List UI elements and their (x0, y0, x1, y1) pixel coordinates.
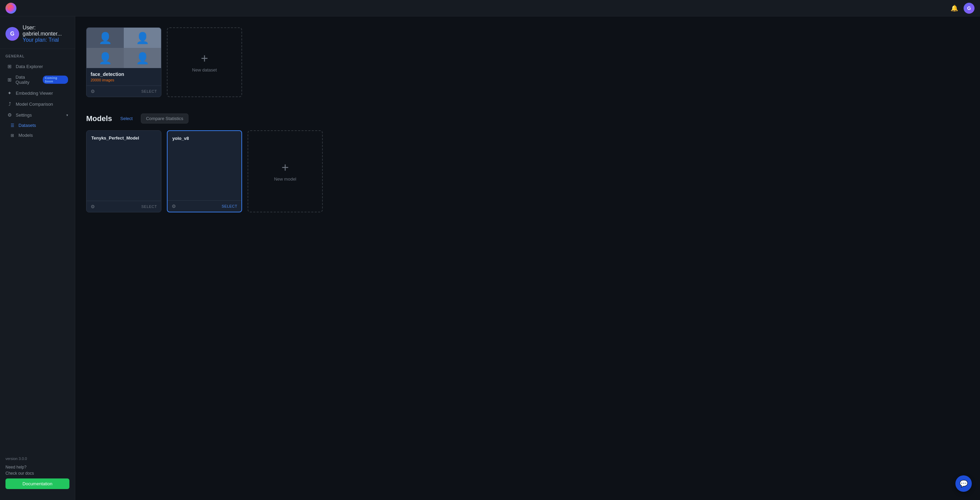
face-image-1: 👤 (86, 28, 124, 48)
sidebar-subitem-label: Models (19, 133, 33, 138)
list-icon: ☰ (10, 123, 15, 128)
app-logo[interactable] (5, 3, 16, 14)
model-select-button-tenyks[interactable]: SELECT (141, 204, 157, 209)
model-select-button-yolov8[interactable]: SELECT (221, 204, 237, 208)
sidebar-user-info: G User: gabriel.monter... Your plan: Tri… (0, 22, 75, 49)
sidebar-item-data-explorer[interactable]: ⊞ Data Explorer (2, 61, 73, 72)
sidebar-submenu: ☰ Datasets ⊞ Models (0, 120, 75, 140)
new-model-card[interactable]: + New model (248, 130, 323, 212)
new-dataset-label: New dataset (192, 67, 217, 73)
models-section-header: Models Select Compare Statistics (86, 113, 969, 123)
datasets-section: 👤 👤 👤 👤 face_detection 20000 images ⚙ SE… (86, 27, 969, 97)
models-select-button[interactable]: Select (118, 115, 135, 123)
model-name-yolov8: yolo_v8 (172, 136, 237, 141)
model-name-tenyks: Tenyks_Perfect_Model (91, 135, 156, 140)
topbar-right: 🔔 G (951, 3, 975, 14)
sidebar-item-model-comparison[interactable]: ⤴ Model Comparison (2, 99, 73, 110)
sidebar-item-embedding-viewer[interactable]: ✦ Embedding Viewer (2, 88, 73, 99)
user-avatar[interactable]: G (964, 3, 975, 14)
new-model-plus-icon: + (282, 161, 289, 174)
sidebar-item-models[interactable]: ⊞ Models (4, 130, 73, 140)
model-card-tenyks[interactable]: Tenyks_Perfect_Model ⚙ SELECT (86, 130, 161, 212)
models-grid: Tenyks_Perfect_Model ⚙ SELECT yolo_v8 ⚙ … (86, 130, 969, 212)
sidebar-item-label: Model Comparison (16, 102, 53, 107)
compare-statistics-button[interactable]: Compare Statistics (141, 113, 188, 123)
dataset-gear-icon[interactable]: ⚙ (91, 89, 95, 94)
model-card-yolov8[interactable]: yolo_v8 ⚙ SELECT (167, 130, 242, 212)
plus-icon: + (201, 53, 208, 65)
help-text: Need help? (5, 465, 69, 470)
grid-icon: ⊞ (7, 64, 12, 69)
logo-inner (8, 5, 14, 12)
sidebar: G User: gabriel.monter... Your plan: Tri… (0, 16, 75, 500)
sidebar-footer: version 3.0.0 Need help? Check our docs … (0, 451, 75, 495)
chart-icon: ⤴ (7, 101, 12, 107)
datasets-grid: 👤 👤 👤 👤 face_detection 20000 images ⚙ SE… (86, 27, 969, 97)
sidebar-item-data-quality[interactable]: ⊞ Data Quality Coming Soon (2, 72, 73, 88)
main-content: 👤 👤 👤 👤 face_detection 20000 images ⚙ SE… (75, 16, 980, 500)
sidebar-item-label: Data Quality (16, 75, 39, 85)
dataset-select-button[interactable]: SELECT (141, 89, 157, 93)
sidebar-subitem-label: Datasets (19, 123, 36, 128)
model-gear-icon-tenyks[interactable]: ⚙ (91, 204, 95, 209)
new-model-label: New model (274, 177, 296, 182)
sidebar-item-label: Data Explorer (16, 64, 43, 69)
model-gear-icon-yolov8[interactable]: ⚙ (172, 204, 176, 209)
models-section: Models Select Compare Statistics Tenyks_… (86, 113, 969, 212)
gear-icon: ⚙ (7, 112, 12, 118)
documentation-button[interactable]: Documentation (5, 478, 69, 489)
chevron-down-icon: ▾ (66, 113, 68, 117)
dataset-count: 20000 images (91, 78, 157, 82)
face-image-2: 👤 (124, 28, 161, 48)
help-link[interactable]: Check our docs (5, 471, 69, 476)
dataset-card-images: 👤 👤 👤 👤 (86, 28, 161, 68)
chat-icon: 💬 (959, 479, 968, 488)
face-image-3: 👤 (86, 48, 124, 68)
embedding-icon: ✦ (7, 90, 12, 96)
grid-icon-3: ⊞ (10, 133, 15, 138)
sidebar-item-label: Embedding Viewer (16, 91, 53, 96)
sidebar-avatar: G (5, 27, 19, 41)
models-title: Models (86, 114, 112, 123)
sidebar-plan: Your plan: Trial (22, 37, 69, 43)
sidebar-item-datasets[interactable]: ☰ Datasets (4, 120, 73, 130)
main-layout: G User: gabriel.monter... Your plan: Tri… (0, 16, 980, 500)
dataset-name: face_detection (91, 72, 157, 77)
topbar: 🔔 G (0, 0, 980, 16)
version-text: version 3.0.0 (5, 457, 69, 461)
sidebar-item-settings[interactable]: ⚙ Settings ▾ (2, 110, 73, 120)
notification-icon[interactable]: 🔔 (951, 5, 958, 12)
face-image-4: 👤 (124, 48, 161, 68)
dataset-card-face-detection[interactable]: 👤 👤 👤 👤 face_detection 20000 images ⚙ SE… (86, 27, 161, 97)
sidebar-general-label: GENERAL (0, 54, 75, 61)
new-dataset-card[interactable]: + New dataset (167, 27, 242, 97)
grid-icon-2: ⊞ (7, 77, 12, 83)
sidebar-username: User: gabriel.monter... (22, 25, 69, 37)
sidebar-item-label: Settings (16, 113, 32, 118)
chat-button[interactable]: 💬 (955, 475, 972, 492)
coming-soon-badge: Coming Soon (43, 76, 68, 84)
